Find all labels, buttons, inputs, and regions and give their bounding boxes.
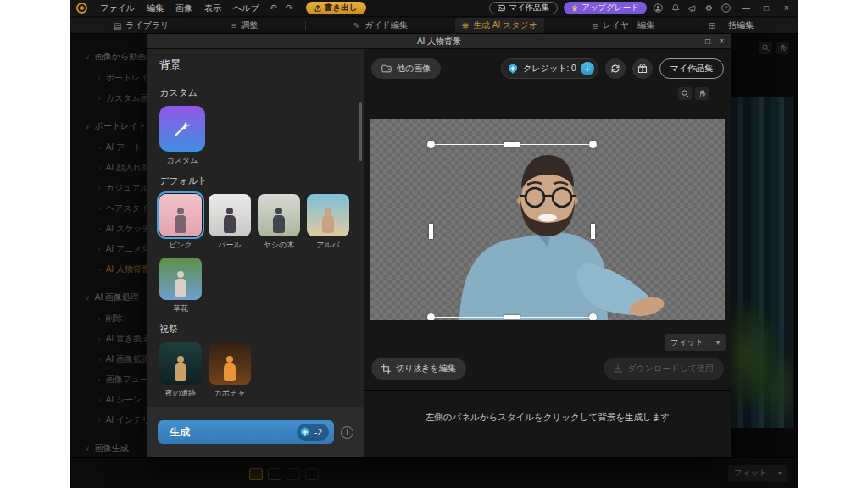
undo-icon[interactable]: ↶ (270, 3, 277, 14)
subject-selection-box[interactable] (431, 144, 593, 318)
menu-3[interactable]: 表示 (204, 3, 221, 14)
gift-icon (637, 64, 648, 74)
credit-gem-icon (299, 426, 311, 438)
handle-bottom[interactable] (504, 315, 520, 319)
account-icon[interactable] (653, 3, 664, 14)
download-icon (614, 364, 622, 373)
info-icon[interactable]: i (341, 426, 353, 439)
maximize-button[interactable]: □ (760, 3, 772, 13)
close-button[interactable]: × (781, 3, 793, 13)
ai-person-background-dialog: AI 人物背景 □ × 背景カスタムカスタムデフォルトピンクパールヤシの木アルバ… (147, 34, 731, 458)
dialog-title-bar: AI 人物背景 □ × (147, 34, 731, 49)
preview-panel: 他の画像 クレジット: 0 ＋ (364, 49, 731, 458)
thumb-figure (174, 271, 187, 297)
section-title-0: カスタム (159, 86, 352, 99)
tab-3[interactable]: ❋生成 AI スタジオ (455, 18, 544, 33)
style-thumb-夜の遺跡[interactable] (159, 342, 202, 385)
generate-button[interactable]: 生成 -2 (158, 420, 334, 444)
handle-right[interactable] (591, 224, 595, 239)
thumb-label: 草花 (173, 303, 188, 314)
gift-button[interactable] (632, 58, 653, 79)
add-credits-button[interactable]: ＋ (581, 62, 594, 75)
thumb-figure (223, 208, 236, 233)
credits-pill[interactable]: クレジット: 0 ＋ (501, 58, 598, 79)
dialog-my-works-button[interactable]: マイ作品集 (659, 58, 724, 79)
handle-left[interactable] (429, 224, 433, 239)
style-thumb-アルバ[interactable] (307, 194, 349, 236)
credits-count: クレジット: 0 (523, 63, 576, 75)
menu-0[interactable]: ファイル (100, 3, 135, 14)
menu-items: ファイル編集画像表示ヘルプ (94, 3, 265, 14)
export-button[interactable]: 書き出し (306, 2, 365, 14)
folder-plus-icon (381, 64, 392, 73)
section-title-1: デフォルト (159, 175, 352, 187)
panel-scrollbar[interactable] (359, 102, 362, 161)
settings-gear-icon[interactable]: ⚙ (704, 3, 715, 14)
minimize-button[interactable]: — (740, 3, 752, 13)
app-logo-icon (76, 3, 87, 14)
menu-1[interactable]: 編集 (147, 3, 164, 14)
generate-strip: 生成 -2 i (147, 407, 364, 458)
transparent-canvas[interactable] (370, 119, 725, 320)
magic-wand-icon (173, 119, 192, 138)
thumb-figure (272, 208, 286, 233)
download-use-button[interactable]: ダウンロードして使用 (604, 358, 724, 380)
tab-1[interactable]: ≡調整 (225, 18, 264, 33)
dialog-close-button[interactable]: × (719, 36, 724, 46)
tab-icon-0: ▤ (114, 21, 121, 30)
thumb-figure (321, 208, 335, 233)
style-thumb-カボチャ[interactable] (209, 342, 251, 385)
help-icon[interactable]: ? (721, 3, 732, 14)
panel-heading: 背景 (159, 58, 352, 73)
tab-0[interactable]: ▤ライブラリー (107, 18, 185, 33)
edit-crop-button[interactable]: 切り抜きを編集 (371, 358, 466, 380)
other-image-button[interactable]: 他の画像 (371, 58, 441, 79)
handle-top[interactable] (504, 142, 520, 147)
thumb-label: アルバ (316, 240, 340, 251)
tab-icon-1: ≡ (231, 21, 236, 30)
thumb-figure (174, 356, 187, 381)
handle-bottom-left[interactable] (427, 313, 435, 320)
my-works-button[interactable]: マイ作品集 (489, 2, 558, 14)
tab-5[interactable]: ⊞一括編集 (702, 18, 760, 33)
generate-cost: -2 (314, 428, 322, 437)
menu-bar: ファイル編集画像表示ヘルプ ↶ ↷ 書き出し マイ作品集 ♛ アップグレード (70, 0, 798, 17)
thumb-figure (223, 356, 236, 381)
style-thumb-ヤシの木[interactable] (258, 194, 300, 236)
thumb-label: カスタム (167, 155, 198, 166)
search-icon[interactable] (678, 87, 692, 100)
refresh-icon (610, 64, 620, 74)
chevron-down-icon: ▾ (716, 339, 720, 347)
menu-4[interactable]: ヘルプ (233, 3, 259, 14)
upgrade-button[interactable]: ♛ アップグレード (564, 2, 647, 14)
tab-4[interactable]: ≣レイヤー編集 (585, 18, 661, 33)
refresh-button[interactable] (605, 58, 626, 79)
background-style-panel: 背景カスタムカスタムデフォルトピンクパールヤシの木アルバ草花祝祭夜の遺跡カボチャ… (147, 49, 364, 458)
thumb-label: パール (218, 240, 241, 251)
svg-text:?: ? (725, 5, 728, 11)
tab-icon-2: ✎ (353, 21, 360, 30)
thumb-row-1: ピンクパールヤシの木アルバ草花 (159, 194, 352, 314)
handle-top-right[interactable] (589, 141, 597, 148)
notifications-bell-icon[interactable] (670, 3, 681, 14)
dialog-maximize-button[interactable]: □ (705, 36, 710, 46)
style-hint-text: 左側のパネルからスタイルをクリックして背景を生成します (364, 412, 731, 424)
hand-icon[interactable] (695, 87, 709, 100)
handle-bottom-right[interactable] (589, 313, 597, 320)
tab-icon-4: ≣ (592, 21, 598, 30)
style-thumb-カスタム[interactable] (159, 106, 205, 152)
preview-fit-dropdown[interactable]: フィット▾ (665, 334, 726, 351)
crop-icon (381, 364, 391, 374)
style-thumb-パール[interactable] (209, 194, 251, 236)
menu-2[interactable]: 画像 (175, 3, 192, 14)
style-thumb-草花[interactable] (159, 258, 202, 300)
feedback-megaphone-icon[interactable] (687, 3, 698, 14)
app-window: ファイル編集画像表示ヘルプ ↶ ↷ 書き出し マイ作品集 ♛ アップグレード (70, 0, 798, 488)
crown-icon: ♛ (571, 4, 578, 13)
thumb-figure (174, 208, 187, 233)
redo-icon[interactable]: ↷ (286, 3, 293, 14)
credit-gem-icon (507, 63, 519, 75)
handle-top-left[interactable] (427, 141, 435, 148)
tab-2[interactable]: ✎ガイド編集 (347, 18, 415, 33)
style-thumb-ピンク[interactable] (159, 194, 202, 236)
